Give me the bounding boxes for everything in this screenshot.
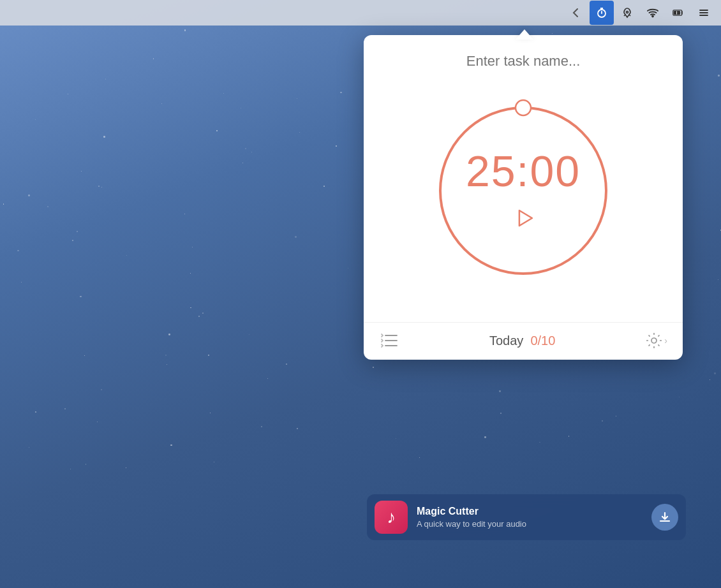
download-icon — [658, 511, 671, 524]
today-count: 0/10 — [530, 334, 555, 348]
music-note-icon: ♪ — [387, 507, 396, 527]
bottom-bar: Today 0/10 › — [364, 322, 683, 360]
tasks-list-icon — [379, 332, 399, 349]
timer-circle-wrapper: 25:00 — [421, 89, 625, 293]
timer-display: 25:00 — [466, 149, 581, 232]
back-button[interactable] — [564, 1, 588, 25]
today-label: Today — [489, 334, 523, 348]
wifi-menubar-icon[interactable] — [641, 1, 665, 25]
play-icon — [509, 204, 537, 232]
notif-title: Magic Cutter — [417, 506, 651, 517]
popup-arrow — [516, 29, 533, 40]
svg-marker-9 — [519, 210, 532, 226]
settings-gear-icon — [645, 332, 663, 349]
today-stats: Today 0/10 — [489, 334, 555, 348]
menubar — [0, 0, 721, 26]
settings-button[interactable]: › — [645, 332, 667, 349]
timer-time: 25:00 — [466, 149, 581, 193]
timer-knob — [516, 100, 531, 115]
rocket-menubar-icon[interactable] — [615, 1, 639, 25]
notif-text-block: Magic Cutter A quick way to edit your au… — [417, 506, 651, 529]
list-menubar-icon[interactable] — [692, 1, 716, 25]
notif-subtitle: A quick way to edit your audio — [417, 519, 651, 529]
svg-point-13 — [651, 338, 657, 343]
notif-download-button[interactable] — [651, 504, 678, 531]
play-button[interactable] — [466, 204, 581, 232]
menubar-icons — [564, 1, 716, 25]
battery-menubar-icon[interactable] — [666, 1, 690, 25]
task-name-input[interactable] — [383, 53, 664, 70]
svg-point-2 — [652, 16, 653, 17]
notification-banner: ♪ Magic Cutter A quick way to edit your … — [367, 494, 686, 540]
settings-chevron: › — [664, 335, 667, 346]
svg-point-1 — [627, 11, 628, 13]
timer-container: 25:00 — [383, 89, 664, 293]
popup-content: 25:00 — [364, 35, 683, 322]
timer-popup: 25:00 — [364, 35, 683, 360]
tasks-list-button[interactable] — [379, 332, 399, 349]
timer-menubar-icon[interactable] — [590, 1, 614, 25]
notif-app-icon: ♪ — [375, 501, 408, 534]
